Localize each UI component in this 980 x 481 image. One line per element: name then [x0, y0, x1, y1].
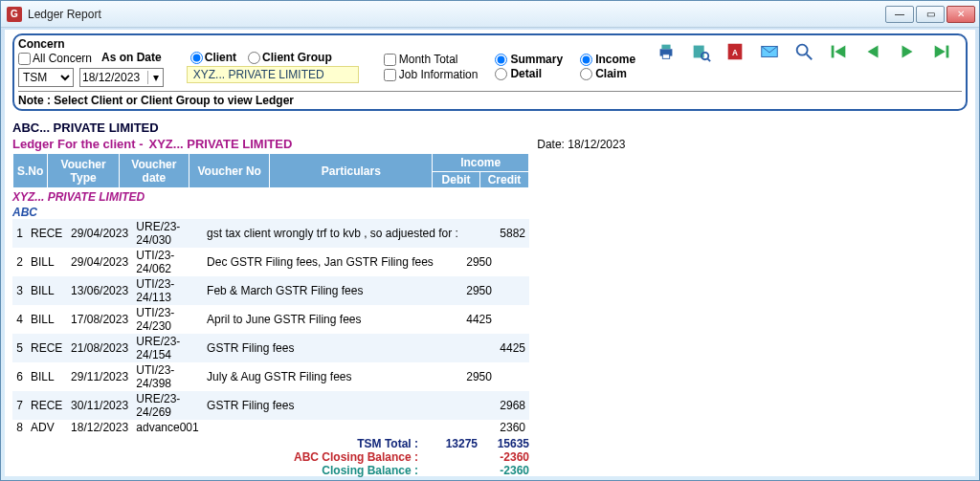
table-row[interactable]: 5RECE21/08/2023URE/23-24/154GSTR Filing …: [12, 334, 529, 362]
col-sno: S.No: [13, 154, 48, 188]
svg-marker-13: [868, 46, 879, 58]
prev-icon[interactable]: [862, 41, 883, 62]
first-icon[interactable]: [828, 41, 849, 62]
all-concern-input[interactable]: [18, 53, 31, 65]
client-radio[interactable]: Client: [190, 51, 236, 64]
svg-marker-12: [835, 46, 845, 58]
income-radio[interactable]: Income: [580, 53, 635, 66]
client-heading: ABC... PRIVATE LIMITED: [12, 120, 968, 135]
date-field[interactable]: [80, 71, 147, 84]
zoom-icon[interactable]: [793, 41, 814, 62]
table-row[interactable]: 3BILL13/06/2023UTI/23-24/113Feb & March …: [12, 276, 529, 305]
svg-line-5: [707, 58, 710, 61]
closing-value: -2360: [478, 464, 529, 477]
col-credit: Credit: [479, 172, 528, 188]
svg-rect-2: [662, 55, 669, 59]
col-income: Income: [433, 154, 529, 172]
client-area: Concern All Concern As on Date TSM: [5, 30, 975, 476]
col-voucher-no: Voucher No: [189, 154, 269, 188]
svg-rect-3: [694, 46, 704, 58]
svg-rect-16: [947, 46, 949, 58]
table-row[interactable]: 6BILL29/11/2023UTI/23-24/398July & Aug G…: [12, 362, 529, 391]
svg-marker-15: [935, 46, 946, 58]
table-row[interactable]: 7RECE30/11/2023URE/23-24/269GSTR Filing …: [12, 391, 529, 420]
svg-rect-11: [832, 46, 835, 58]
report-date: Date: 18/12/2023: [537, 138, 625, 151]
summary-radio[interactable]: Summary: [495, 53, 563, 66]
toolbar-icons: A: [656, 41, 952, 62]
svg-line-10: [807, 55, 813, 60]
table-row[interactable]: 1RECE29/04/2023URE/23-24/030gst tax clie…: [12, 219, 529, 248]
svg-text:A: A: [732, 49, 738, 57]
print-icon[interactable]: [656, 41, 677, 62]
client-name-field[interactable]: XYZ... PRIVATE LIMITED: [187, 66, 359, 83]
pdf-icon[interactable]: A: [724, 41, 746, 62]
tsm-total-credit: 15635: [478, 437, 529, 450]
as-on-date-label: As on Date: [101, 51, 162, 64]
tsm-total-label: TSM Total :: [12, 437, 426, 450]
col-particulars: Particulars: [270, 154, 433, 188]
svg-marker-14: [902, 46, 913, 58]
svg-rect-1: [661, 45, 670, 50]
table-row[interactable]: 4BILL17/08/2023UTI/23-24/230April to Jun…: [12, 305, 529, 334]
claim-radio[interactable]: Claim: [580, 67, 635, 80]
app-icon: G: [7, 7, 22, 22]
all-concern-checkbox[interactable]: All Concern: [18, 52, 92, 65]
close-button[interactable]: ✕: [947, 6, 975, 23]
tsm-total-debit: 13275: [426, 437, 478, 450]
group-abc: ABC: [12, 206, 968, 219]
concern-label: Concern: [18, 37, 166, 51]
detail-radio[interactable]: Detail: [495, 67, 563, 80]
abc-closing-label: ABC Closing Balance :: [12, 450, 426, 464]
email-icon[interactable]: [759, 41, 780, 62]
last-icon[interactable]: [931, 41, 952, 62]
concern-select[interactable]: TSM: [18, 68, 74, 87]
window-title: Ledger Report: [28, 8, 101, 21]
table-row[interactable]: 2BILL29/04/2023UTI/23-24/062Dec GSTR Fil…: [12, 248, 529, 276]
window-controls: — ▭ ✕: [885, 6, 975, 23]
job-information-checkbox[interactable]: Job Information: [384, 68, 479, 81]
filter-panel: Concern All Concern As on Date TSM: [12, 33, 968, 111]
ledger-rows-table: 1RECE29/04/2023URE/23-24/030gst tax clie…: [12, 219, 529, 435]
next-icon[interactable]: [897, 41, 918, 62]
minimize-button[interactable]: —: [885, 6, 914, 23]
ledger-for-label: Ledger For the client -: [12, 137, 144, 151]
client-group-radio[interactable]: Client Group: [248, 51, 332, 64]
ledger-report-window: G Ledger Report — ▭ ✕ Concern All Concer…: [0, 0, 980, 481]
titlebar: G Ledger Report — ▭ ✕: [1, 1, 979, 28]
col-voucher-date: Voucher date: [119, 154, 189, 188]
col-voucher-type: Voucher Type: [48, 154, 120, 188]
col-debit: Debit: [433, 172, 480, 188]
date-input[interactable]: ▾: [79, 68, 164, 87]
ledger-header-table: S.No Voucher Type Voucher date Voucher N…: [12, 153, 529, 188]
date-dropdown-icon[interactable]: ▾: [147, 71, 163, 84]
preview-icon[interactable]: [690, 41, 711, 62]
closing-label: Closing Balance :: [12, 464, 426, 477]
abc-closing-value: -2360: [478, 450, 529, 464]
maximize-button[interactable]: ▭: [916, 6, 945, 23]
month-total-checkbox[interactable]: Month Total: [384, 53, 479, 66]
totals-block: TSM Total : 13275 15635 ABC Closing Bala…: [12, 437, 529, 477]
svg-point-9: [797, 45, 808, 55]
group-client: XYZ... PRIVATE LIMITED: [12, 188, 968, 206]
table-row[interactable]: 8ADV18/12/2023advance0012360: [12, 420, 529, 435]
filter-note: Note : Select Client or Client Group to …: [18, 91, 962, 107]
ledger-client-name: XYZ... PRIVATE LIMITED: [149, 137, 293, 151]
